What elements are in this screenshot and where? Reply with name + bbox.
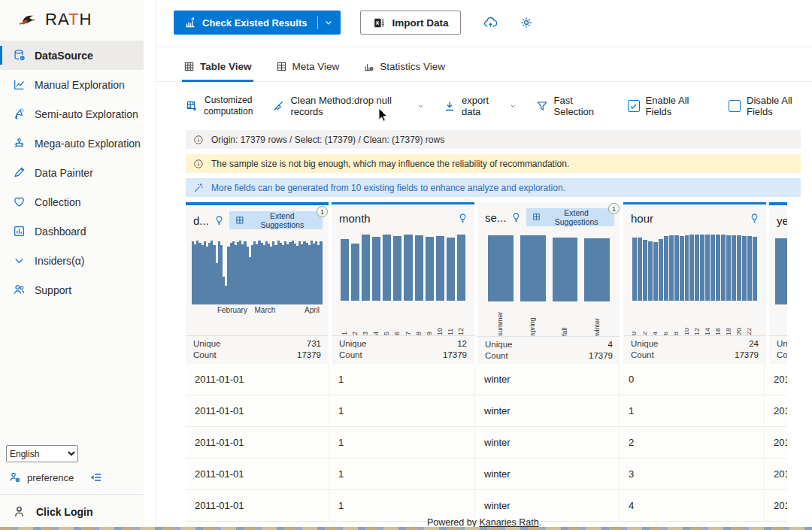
unique-value: 12 (457, 339, 467, 348)
import-data-button[interactable]: Import Data (360, 11, 461, 35)
lightbulb-icon[interactable] (214, 215, 225, 226)
cell-hour: 3 (620, 459, 765, 489)
tab-meta-view[interactable]: Meta View (274, 58, 341, 81)
cell-season: winter (475, 490, 620, 521)
export-data-dropdown[interactable]: export data (444, 95, 517, 117)
hist-bar (457, 235, 465, 301)
extend-suggestions-label: Extend Suggestions (544, 208, 608, 226)
customized-computation-button[interactable]: Customized computation (186, 95, 253, 117)
flag-icon (13, 108, 26, 120)
hist-bar (520, 235, 546, 301)
sidebar-item-label: Dashboard (35, 226, 86, 238)
heart-icon (13, 195, 26, 208)
lightbulb-icon[interactable] (511, 212, 522, 223)
kanaries-rath-link[interactable]: Kanaries Rath (479, 517, 538, 528)
check-existed-results-label: Check Existed Results (202, 17, 307, 29)
field-name: year (777, 214, 787, 227)
hist-axis-label: fall (562, 304, 568, 336)
grid-small-icon (532, 213, 541, 222)
tab-label: Meta View (292, 61, 340, 72)
gear-icon[interactable] (520, 16, 533, 29)
sidebar-item-mega-auto-exploration[interactable]: Mega-auto Exploration (0, 129, 144, 158)
cloud-upload-icon[interactable] (483, 16, 497, 29)
checkbox-checked-icon (628, 100, 640, 112)
sidebar-item-manual-exploration[interactable]: Manual Exploration (0, 70, 144, 99)
sidebar-item-semi-auto-exploration[interactable]: Semi-auto Exploration (0, 99, 144, 129)
count-label: Count (485, 351, 508, 360)
sidebar-item-label: Mega-auto Exploration (35, 138, 141, 150)
sidebar-item-support[interactable]: Support (0, 275, 144, 304)
checkbox-unchecked-icon (729, 100, 741, 112)
sidebar-item-label: DataSource (35, 50, 93, 62)
fast-selection-button[interactable]: Fast Selection (536, 95, 608, 117)
login-button[interactable]: Click Login (0, 494, 144, 530)
hist-axis-label: 5 (383, 303, 390, 335)
hist-axis-label: 6 (394, 303, 401, 335)
hist-bar (447, 238, 455, 301)
hist-axis-label: 4 (653, 303, 658, 335)
extend-suggestions-button[interactable]: Extend Suggestions 1 (526, 208, 614, 226)
people-icon (13, 283, 26, 296)
tab-statistics-view[interactable]: Statistics View (362, 58, 447, 81)
import-data-label: Import Data (392, 17, 448, 29)
cell-hour: 2 (620, 427, 765, 458)
hist-axis-label: 3 (362, 303, 369, 335)
clean-method-dropdown[interactable]: Clean Method:drop null records (272, 95, 424, 117)
hist-bar (700, 235, 704, 301)
extend-suggestions-button[interactable]: Extend Suggestions 1 (229, 211, 323, 229)
tab-table-view[interactable]: Table View (182, 58, 253, 81)
hist-axis-label: 20 (737, 303, 741, 335)
hist-axis-label: 14 (705, 303, 710, 335)
button-divider (317, 16, 318, 29)
sidebar-item-data-painter[interactable]: Data Painter (0, 158, 144, 187)
list-settings-icon[interactable] (90, 471, 102, 483)
hist-axis-label: 7 (405, 303, 412, 335)
field-card-month: month 123456789101112 Unique12 Count1737… (332, 202, 474, 364)
field-histogram: 0246810121416182022 (623, 229, 766, 335)
count-label: Count (339, 350, 362, 359)
main-panel: Check Existed Results Import Data Table … (156, 0, 812, 530)
sidebar-item-collection[interactable]: Collection (0, 187, 144, 217)
field-suggestion-message[interactable]: More fields can be generated from 10 exi… (186, 178, 801, 197)
enable-all-fields-checkbox[interactable]: Enable All Fields (628, 95, 709, 117)
download-icon (444, 100, 456, 112)
chevron-down-icon[interactable] (324, 18, 333, 27)
line-chart-icon (13, 78, 26, 91)
cell-year: 2011 (765, 459, 787, 489)
preference-row[interactable]: preference (0, 468, 144, 494)
hist-axis-label: 22 (747, 303, 752, 335)
sidebar-item-insiders[interactable]: Insiders(α) (0, 246, 144, 275)
cell-year: 2011 (765, 427, 787, 458)
cell-date: 2011-01-01 (186, 459, 329, 489)
hist-axis-label: 9 (426, 303, 433, 335)
lightbulb-icon[interactable] (749, 213, 760, 224)
language-select[interactable]: English (6, 445, 78, 462)
person-icon (13, 505, 26, 518)
fast-selection-label: Fast Selection (554, 95, 608, 117)
hist-bar (488, 235, 514, 301)
hist-bar (753, 237, 757, 301)
hist-axis-label: winter (594, 304, 601, 336)
hist-bar (721, 235, 726, 301)
bird-logo-icon (15, 9, 38, 30)
disable-all-fields-checkbox[interactable]: Disable All Fields (729, 95, 812, 117)
hist-axis-label: 11 (447, 303, 454, 335)
hist-bar (415, 235, 423, 301)
extend-suggestions-label: Extend Suggestions (248, 211, 317, 229)
hist-bar (632, 238, 637, 301)
field-histogram: FebruaryMarchApril (186, 232, 329, 318)
sidebar-item-dashboard[interactable]: Dashboard (0, 217, 144, 246)
hist-bar (742, 236, 747, 301)
sidebar-item-datasource[interactable]: DataSource (0, 41, 144, 70)
hist-bar (685, 235, 689, 301)
tab-label: Statistics View (380, 61, 445, 72)
cell-date: 2011-01-01 (186, 364, 329, 395)
hist-axis-label: 0 (632, 303, 637, 335)
unique-label: Unique (777, 339, 787, 348)
sample-size-warning-text: The sample size is not big enough, which… (211, 159, 569, 169)
hist-bar (737, 235, 741, 301)
unique-label: Unique (193, 339, 220, 348)
lightbulb-icon[interactable] (457, 213, 468, 224)
check-existed-results-button[interactable]: Check Existed Results (174, 11, 341, 35)
hist-bar (404, 235, 412, 301)
